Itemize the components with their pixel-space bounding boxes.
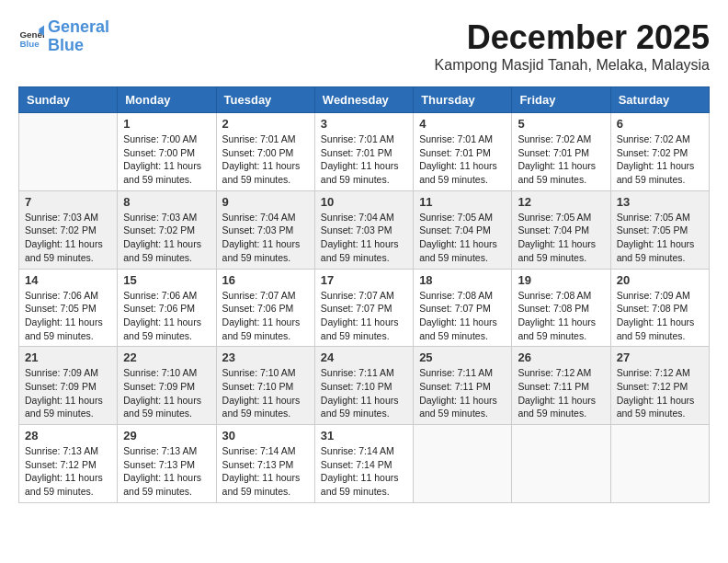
calendar-cell: 7Sunrise: 7:03 AMSunset: 7:02 PMDaylight… [19,190,118,269]
day-number: 1 [123,117,210,131]
day-number: 23 [222,350,309,364]
cell-info: Sunrise: 7:04 AMSunset: 7:03 PMDaylight:… [321,211,407,265]
cell-info: Sunrise: 7:07 AMSunset: 7:06 PMDaylight:… [222,289,309,343]
day-number: 17 [321,273,407,287]
day-number: 21 [25,350,111,364]
calendar-cell: 30Sunrise: 7:14 AMSunset: 7:13 PMDayligh… [216,425,314,503]
day-number: 12 [518,195,604,209]
calendar-cell [19,113,118,191]
calendar: SundayMondayTuesdayWednesdayThursdayFrid… [18,86,710,503]
cell-info: Sunrise: 7:02 AMSunset: 7:01 PMDaylight:… [518,132,604,187]
calendar-cell: 27Sunrise: 7:12 AMSunset: 7:12 PMDayligh… [610,347,709,425]
calendar-cell: 23Sunrise: 7:10 AMSunset: 7:10 PMDayligh… [216,347,314,425]
cell-info: Sunrise: 7:14 AMSunset: 7:14 PMDaylight:… [321,444,407,499]
weekday-header-thursday: Thursday [414,87,512,113]
calendar-cell: 1Sunrise: 7:00 AMSunset: 7:00 PMDaylight… [118,113,216,191]
calendar-cell: 11Sunrise: 7:05 AMSunset: 7:04 PMDayligh… [414,190,512,269]
cell-info: Sunrise: 7:05 AMSunset: 7:04 PMDaylight:… [518,211,604,265]
cell-info: Sunrise: 7:14 AMSunset: 7:13 PMDaylight:… [222,444,309,499]
calendar-cell: 17Sunrise: 7:07 AMSunset: 7:07 PMDayligh… [314,269,413,347]
calendar-cell: 26Sunrise: 7:12 AMSunset: 7:11 PMDayligh… [512,347,610,425]
calendar-cell: 8Sunrise: 7:03 AMSunset: 7:02 PMDaylight… [118,190,216,269]
day-number: 26 [518,350,604,364]
calendar-cell: 13Sunrise: 7:05 AMSunset: 7:05 PMDayligh… [610,190,709,269]
cell-info: Sunrise: 7:01 AMSunset: 7:01 PMDaylight:… [419,132,506,187]
calendar-cell: 22Sunrise: 7:10 AMSunset: 7:09 PMDayligh… [118,347,216,425]
svg-text:Blue: Blue [19,39,40,49]
day-number: 20 [617,273,703,287]
calendar-cell: 14Sunrise: 7:06 AMSunset: 7:05 PMDayligh… [19,269,118,347]
cell-info: Sunrise: 7:05 AMSunset: 7:05 PMDaylight:… [617,211,703,265]
day-number: 10 [321,195,407,209]
calendar-cell: 6Sunrise: 7:02 AMSunset: 7:02 PMDaylight… [610,113,709,191]
day-number: 16 [222,273,309,287]
calendar-cell: 29Sunrise: 7:13 AMSunset: 7:13 PMDayligh… [118,425,216,503]
cell-info: Sunrise: 7:03 AMSunset: 7:02 PMDaylight:… [25,211,111,265]
logo-line1: General [48,17,109,36]
cell-info: Sunrise: 7:13 AMSunset: 7:12 PMDaylight:… [25,444,111,499]
calendar-row-4: 21Sunrise: 7:09 AMSunset: 7:09 PMDayligh… [19,347,710,425]
calendar-cell: 4Sunrise: 7:01 AMSunset: 7:01 PMDaylight… [414,113,512,191]
cell-info: Sunrise: 7:10 AMSunset: 7:10 PMDaylight:… [222,366,309,420]
calendar-cell: 5Sunrise: 7:02 AMSunset: 7:01 PMDaylight… [512,113,610,191]
day-number: 27 [617,350,703,364]
calendar-cell: 24Sunrise: 7:11 AMSunset: 7:10 PMDayligh… [314,347,413,425]
day-number: 7 [25,195,111,209]
weekday-header-sunday: Sunday [19,87,118,113]
cell-info: Sunrise: 7:06 AMSunset: 7:06 PMDaylight:… [123,289,210,343]
day-number: 30 [222,429,309,442]
day-number: 22 [123,350,210,364]
logo-icon: General Blue [18,24,44,50]
day-number: 3 [321,117,407,131]
calendar-row-1: 1Sunrise: 7:00 AMSunset: 7:00 PMDaylight… [19,113,710,191]
weekday-header-row: SundayMondayTuesdayWednesdayThursdayFrid… [19,87,710,113]
calendar-cell: 28Sunrise: 7:13 AMSunset: 7:12 PMDayligh… [19,425,118,503]
location-title: Kampong Masjid Tanah, Melaka, Malaysia [435,57,710,74]
cell-info: Sunrise: 7:11 AMSunset: 7:10 PMDaylight:… [321,366,407,420]
calendar-cell [414,425,512,503]
cell-info: Sunrise: 7:09 AMSunset: 7:09 PMDaylight:… [25,366,111,420]
weekday-header-friday: Friday [512,87,610,113]
day-number: 8 [123,195,210,209]
weekday-header-wednesday: Wednesday [314,87,413,113]
cell-info: Sunrise: 7:05 AMSunset: 7:04 PMDaylight:… [419,211,506,265]
weekday-header-saturday: Saturday [610,87,709,113]
day-number: 24 [321,350,407,364]
cell-info: Sunrise: 7:04 AMSunset: 7:03 PMDaylight:… [222,211,309,265]
day-number: 2 [222,117,309,131]
day-number: 5 [518,117,604,131]
day-number: 19 [518,273,604,287]
calendar-cell: 19Sunrise: 7:08 AMSunset: 7:08 PMDayligh… [512,269,610,347]
cell-info: Sunrise: 7:00 AMSunset: 7:00 PMDaylight:… [123,132,210,187]
calendar-cell [610,425,709,503]
cell-info: Sunrise: 7:03 AMSunset: 7:02 PMDaylight:… [123,211,210,265]
calendar-cell: 2Sunrise: 7:01 AMSunset: 7:00 PMDaylight… [216,113,314,191]
day-number: 9 [222,195,309,209]
day-number: 28 [25,429,111,442]
calendar-row-2: 7Sunrise: 7:03 AMSunset: 7:02 PMDaylight… [19,190,710,269]
day-number: 18 [419,273,506,287]
calendar-cell: 3Sunrise: 7:01 AMSunset: 7:01 PMDaylight… [314,113,413,191]
title-section: December 2025 Kampong Masjid Tanah, Mela… [435,18,710,74]
calendar-cell: 20Sunrise: 7:09 AMSunset: 7:08 PMDayligh… [610,269,709,347]
day-number: 6 [617,117,703,131]
day-number: 29 [123,429,210,442]
logo-text: General Blue [48,18,109,55]
calendar-row-3: 14Sunrise: 7:06 AMSunset: 7:05 PMDayligh… [19,269,710,347]
weekday-header-tuesday: Tuesday [216,87,314,113]
calendar-cell: 12Sunrise: 7:05 AMSunset: 7:04 PMDayligh… [512,190,610,269]
day-number: 11 [419,195,506,209]
day-number: 15 [123,273,210,287]
cell-info: Sunrise: 7:06 AMSunset: 7:05 PMDaylight:… [25,289,111,343]
calendar-cell: 25Sunrise: 7:11 AMSunset: 7:11 PMDayligh… [414,347,512,425]
calendar-cell: 31Sunrise: 7:14 AMSunset: 7:14 PMDayligh… [314,425,413,503]
cell-info: Sunrise: 7:01 AMSunset: 7:01 PMDaylight:… [321,132,407,187]
calendar-cell: 15Sunrise: 7:06 AMSunset: 7:06 PMDayligh… [118,269,216,347]
day-number: 14 [25,273,111,287]
weekday-header-monday: Monday [118,87,216,113]
cell-info: Sunrise: 7:01 AMSunset: 7:00 PMDaylight:… [222,132,309,187]
cell-info: Sunrise: 7:02 AMSunset: 7:02 PMDaylight:… [617,132,703,187]
cell-info: Sunrise: 7:08 AMSunset: 7:07 PMDaylight:… [419,289,506,343]
logo-line2: Blue [48,36,84,54]
day-number: 25 [419,350,506,364]
